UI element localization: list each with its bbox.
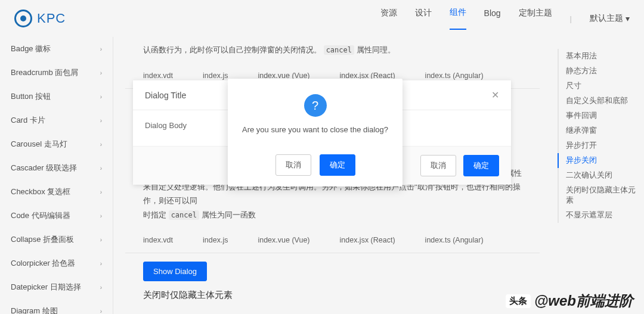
confirm-cancel-button[interactable]: 取消 — [275, 154, 311, 176]
dialog-title: Dialog Title — [145, 91, 186, 100]
cancel-button[interactable]: 取消 — [420, 155, 456, 176]
confirm-dialog: ? Are you sure you want to close the dia… — [228, 79, 402, 186]
ok-button[interactable]: 确定 — [463, 155, 499, 176]
confirm-body: ? Are you sure you want to close the dia… — [228, 79, 402, 146]
confirm-text: Are you sure you want to close the dialo… — [240, 125, 391, 134]
watermark-handle: @web前端进阶 — [534, 291, 633, 310]
watermark-tag: 头条 — [506, 294, 531, 308]
close-icon[interactable]: ✕ — [491, 89, 499, 101]
confirm-footer: 取消 确定 — [228, 146, 402, 186]
watermark: 头条 @web前端进阶 — [506, 291, 633, 310]
question-icon: ? — [304, 94, 327, 117]
confirm-ok-button[interactable]: 确定 — [320, 154, 355, 176]
